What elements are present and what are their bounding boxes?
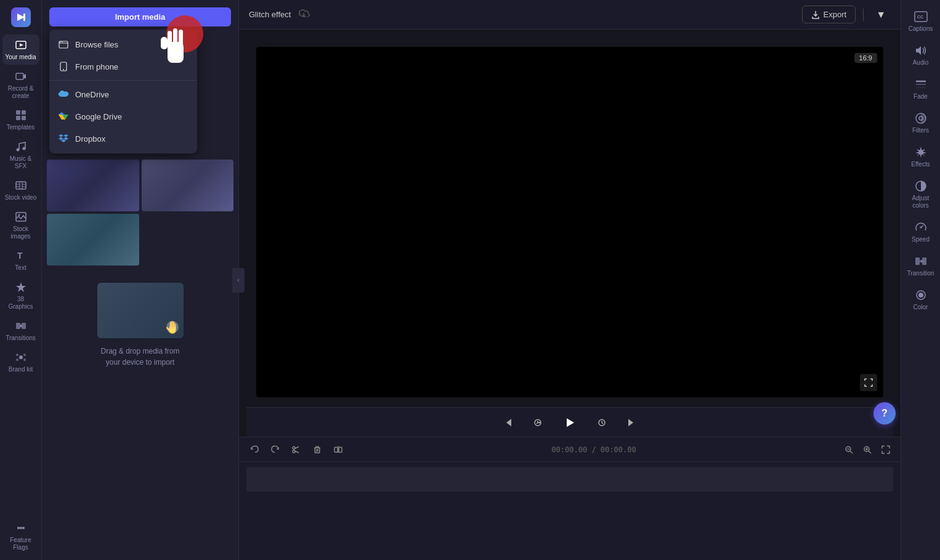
timeline-timecode: 00:00.00 / 00:00.00 bbox=[351, 445, 837, 454]
onedrive-item[interactable]: OneDrive bbox=[49, 83, 197, 105]
right-item-fade[interactable]: Fade bbox=[903, 73, 939, 105]
sidebar-item-text[interactable]: T Text bbox=[2, 245, 39, 275]
dropbox-item[interactable]: Dropbox bbox=[49, 128, 197, 150]
video-preview: 16:9 bbox=[256, 47, 883, 397]
adjust-colors-icon bbox=[914, 179, 928, 193]
import-media-button[interactable]: Import media bbox=[49, 7, 231, 26]
media-thumbnail[interactable] bbox=[142, 160, 234, 211]
svg-point-31 bbox=[63, 69, 64, 70]
sidebar-item-stock-images[interactable]: Stock images bbox=[2, 206, 39, 244]
zoom-in-button[interactable] bbox=[860, 442, 875, 457]
app-logo bbox=[9, 5, 33, 30]
media-thumbnail[interactable] bbox=[47, 160, 139, 211]
redo-button[interactable] bbox=[267, 442, 283, 458]
color-label: Color bbox=[914, 304, 928, 311]
transition-icon bbox=[914, 254, 928, 268]
export-button[interactable]: Export bbox=[802, 6, 856, 23]
effect-label: Glitch effect bbox=[249, 10, 291, 19]
color-icon bbox=[914, 288, 928, 302]
skip-forward-button[interactable] bbox=[623, 414, 640, 431]
sidebar-label-transitions: Transitions bbox=[6, 335, 36, 342]
sidebar-label-your-media: Your media bbox=[5, 54, 36, 61]
svg-rect-2 bbox=[16, 73, 23, 79]
import-dropdown: Browse files From phone OneDrive bbox=[49, 30, 197, 153]
svg-point-17 bbox=[18, 214, 20, 216]
right-item-speed[interactable]: Speed bbox=[903, 216, 939, 248]
play-button[interactable] bbox=[559, 412, 581, 434]
svg-point-21 bbox=[19, 355, 23, 359]
right-item-adjust-colors[interactable]: Adjust colors bbox=[903, 174, 939, 214]
svg-point-8 bbox=[22, 147, 25, 150]
dropbox-icon bbox=[58, 133, 69, 144]
media-grid bbox=[47, 160, 233, 266]
svg-text:T: T bbox=[17, 251, 23, 261]
right-item-transition[interactable]: Transition bbox=[903, 250, 939, 282]
top-bar: Glitch effect Export ▼ bbox=[239, 0, 901, 30]
browse-files-item[interactable]: Browse files bbox=[49, 33, 197, 55]
sidebar-item-templates[interactable]: Templates bbox=[2, 105, 39, 135]
svg-rect-20 bbox=[22, 323, 26, 329]
cut-button[interactable] bbox=[288, 442, 304, 458]
sidebar-item-your-media[interactable]: Your media bbox=[2, 34, 39, 65]
sidebar-label-feature-flags: Feature Flags bbox=[5, 537, 37, 551]
right-sidebar: CC Captions Audio Fade bbox=[901, 0, 940, 560]
right-item-audio[interactable]: Audio bbox=[903, 39, 939, 71]
from-phone-item[interactable]: From phone bbox=[49, 55, 197, 78]
effects-icon bbox=[914, 145, 928, 159]
your-media-icon bbox=[14, 38, 28, 52]
sidebar-item-transitions[interactable]: Transitions bbox=[2, 315, 39, 346]
fit-timeline-button[interactable] bbox=[878, 442, 893, 457]
media-thumbnail[interactable] bbox=[47, 214, 139, 266]
split-button[interactable] bbox=[330, 442, 346, 458]
browse-files-label: Browse files bbox=[75, 40, 118, 49]
fullscreen-button[interactable] bbox=[860, 374, 877, 391]
timeline-track[interactable] bbox=[246, 467, 893, 492]
timeline-content bbox=[239, 462, 901, 560]
collapse-panel-handle[interactable]: ‹ bbox=[232, 268, 245, 293]
sidebar-item-music-sfx[interactable]: Music & SFX bbox=[2, 136, 39, 174]
skip-back-button[interactable] bbox=[500, 414, 517, 431]
right-item-captions[interactable]: CC Captions bbox=[903, 5, 939, 38]
right-item-color[interactable]: Color bbox=[903, 283, 939, 316]
fade-icon bbox=[914, 78, 928, 91]
timeline-area: 00:00.00 / 00:00.00 bbox=[239, 437, 901, 560]
right-item-effects[interactable]: Effects bbox=[903, 140, 939, 173]
text-icon: T bbox=[14, 249, 28, 262]
aspect-ratio-badge: 16:9 bbox=[854, 53, 877, 63]
sidebar-item-record-create[interactable]: Record &create bbox=[2, 66, 39, 103]
help-button[interactable]: ? bbox=[873, 402, 896, 424]
sidebar-item-brand-kit[interactable]: Brand kit bbox=[2, 347, 39, 377]
svg-point-49 bbox=[920, 227, 922, 229]
browse-files-icon bbox=[58, 39, 69, 50]
svg-rect-0 bbox=[23, 14, 25, 21]
export-chevron[interactable]: ▼ bbox=[871, 6, 891, 24]
captions-icon: CC bbox=[914, 10, 928, 23]
left-sidebar: Your media Record &create Templates bbox=[0, 0, 42, 560]
delete-button[interactable] bbox=[309, 442, 325, 458]
svg-rect-6 bbox=[22, 116, 26, 120]
forward-button[interactable] bbox=[593, 414, 610, 431]
speed-icon bbox=[914, 221, 928, 234]
drag-drop-text: Drag & drop media from your device to im… bbox=[100, 346, 179, 368]
from-phone-icon bbox=[58, 61, 69, 72]
from-phone-label: From phone bbox=[75, 62, 118, 71]
svg-rect-9 bbox=[16, 182, 26, 189]
svg-point-23 bbox=[23, 354, 26, 356]
google-drive-item[interactable]: Google Drive bbox=[49, 105, 197, 128]
rewind-button[interactable] bbox=[529, 414, 546, 431]
sidebar-label-stock-video: Stock video bbox=[5, 194, 37, 201]
right-item-filters[interactable]: Filters bbox=[903, 107, 939, 139]
sidebar-item-feature-flags[interactable]: Feature Flags bbox=[2, 517, 39, 555]
google-drive-label: Google Drive bbox=[75, 112, 122, 121]
sidebar-item-graphics[interactable]: 38 Graphics bbox=[2, 277, 39, 314]
svg-point-27 bbox=[20, 527, 22, 529]
svg-rect-38 bbox=[339, 447, 342, 452]
svg-rect-50 bbox=[915, 258, 920, 265]
sidebar-item-stock-video[interactable]: Stock video bbox=[2, 175, 39, 205]
sidebar-label-stock-images: Stock images bbox=[5, 225, 37, 240]
templates-icon bbox=[14, 108, 28, 122]
google-drive-icon bbox=[58, 111, 69, 122]
zoom-out-button[interactable] bbox=[841, 442, 856, 457]
onedrive-icon bbox=[58, 89, 69, 100]
undo-button[interactable] bbox=[246, 442, 262, 458]
